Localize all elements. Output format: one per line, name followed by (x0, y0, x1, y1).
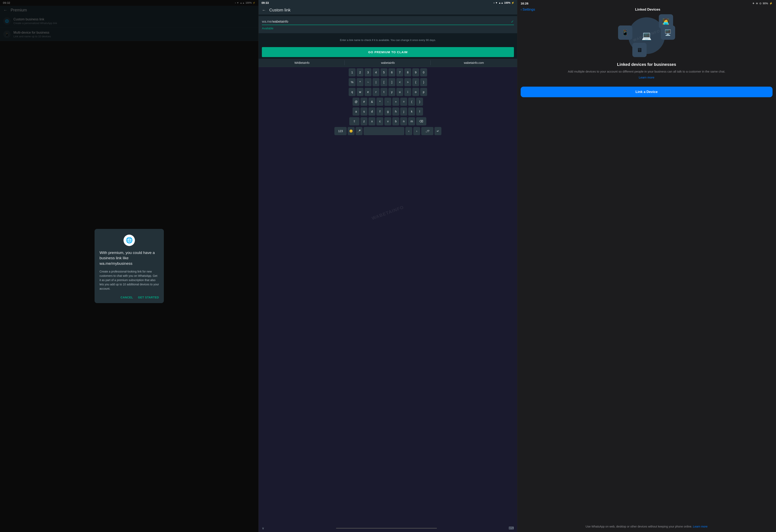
key-5[interactable]: 5 (380, 68, 387, 76)
custom-link-title: Custom link (269, 8, 290, 12)
main-device-icon: 💻 (641, 31, 652, 40)
chevron-down-icon[interactable]: ∨ (262, 526, 264, 530)
key-pipe[interactable]: | (373, 78, 379, 86)
key-at[interactable]: @ (353, 98, 360, 106)
key-3[interactable]: 3 (365, 68, 372, 76)
key-s[interactable]: s (361, 108, 367, 116)
key-rbrace[interactable]: } (420, 78, 427, 86)
key-hash[interactable]: # (361, 98, 367, 106)
key-r[interactable]: r (373, 88, 379, 96)
screen-custom-link: 09:33 ▪ ▼ ▲▲ 100% ⚡ ← Custom link wa.me/… (258, 0, 517, 532)
key-lbracket[interactable]: [ (380, 78, 387, 86)
key-6[interactable]: 6 (388, 68, 395, 76)
key-9[interactable]: 9 (412, 68, 419, 76)
key-lparen[interactable]: ( (408, 98, 415, 106)
key-1[interactable]: 1 (349, 68, 356, 76)
back-button-2[interactable]: ← (262, 8, 266, 12)
enter-key[interactable]: ↵ (434, 127, 441, 135)
key-g[interactable]: g (384, 108, 391, 116)
arrow-left-key[interactable]: ‹ (405, 127, 412, 135)
key-0[interactable]: 0 (420, 68, 427, 76)
key-plus[interactable]: + (392, 98, 399, 106)
premium-modal: 🌐 With premium, you could have a busines… (94, 229, 164, 303)
numbers-toggle[interactable]: 123 (334, 127, 347, 135)
key-x[interactable]: x (368, 117, 375, 125)
settings-back-button[interactable]: ‹ Settings (521, 8, 535, 12)
period-key[interactable]: .,!? (421, 127, 433, 135)
key-amp[interactable]: & (368, 98, 375, 106)
key-m[interactable]: m (408, 117, 415, 125)
key-b[interactable]: b (392, 117, 399, 125)
key-e[interactable]: e (365, 88, 372, 96)
key-v[interactable]: v (384, 117, 391, 125)
suggestion-1[interactable]: WABetaInfo (259, 60, 345, 65)
key-gt[interactable]: > (404, 78, 411, 86)
ios-time: 16:26 (521, 2, 528, 5)
keyboard: 1 2 3 4 5 6 7 8 9 0 % ^ ~ | [ ] < > { } … (258, 67, 517, 524)
key-eq[interactable]: = (400, 98, 407, 106)
linked-info-section: Linked devices for businesses Add multip… (518, 58, 776, 83)
key-minus[interactable]: - (384, 98, 391, 106)
learn-more-link[interactable]: Learn more (639, 75, 654, 79)
key-y[interactable]: y (388, 88, 395, 96)
key-u[interactable]: u (396, 88, 403, 96)
backspace-key[interactable]: ⌫ (416, 117, 426, 125)
modal-body: Create a professional-looking link for n… (100, 270, 159, 291)
mic-key[interactable]: 🎤 (356, 127, 363, 135)
key-f[interactable]: f (376, 108, 383, 116)
bottom-bar-2: ∨ ⌨ (258, 524, 517, 532)
arrow-right-key[interactable]: › (413, 127, 420, 135)
keyboard-row-symbols: % ^ ~ | [ ] < > { } (259, 78, 516, 86)
key-rbracket[interactable]: ] (388, 78, 395, 86)
space-key[interactable] (364, 127, 404, 135)
key-j[interactable]: j (400, 108, 407, 116)
link-device-button[interactable]: Link a Device (521, 86, 773, 97)
key-w[interactable]: w (357, 88, 364, 96)
key-rparen[interactable]: ) (416, 98, 423, 106)
key-2[interactable]: 2 (357, 68, 364, 76)
key-7[interactable]: 7 (396, 68, 403, 76)
link-input-row: wa.me/ ✓ (262, 19, 514, 25)
modal-overlay: 🌐 With premium, you could have a busines… (0, 0, 258, 532)
key-h[interactable]: h (392, 108, 399, 116)
suggestion-2[interactable]: wabetainfo (345, 60, 431, 65)
shift-key[interactable]: ⇧ (349, 117, 360, 125)
status-bar-2: 09:33 ▪ ▼ ▲▲ 100% ⚡ (258, 0, 517, 6)
key-c[interactable]: c (376, 117, 383, 125)
key-8[interactable]: 8 (404, 68, 411, 76)
key-k[interactable]: k (408, 108, 415, 116)
key-tilde[interactable]: ~ (365, 78, 372, 86)
key-percent[interactable]: % (349, 78, 356, 86)
key-lbrace[interactable]: { (412, 78, 419, 86)
keyboard-row-numbers: 1 2 3 4 5 6 7 8 9 0 (259, 68, 516, 76)
link-input[interactable] (272, 20, 511, 23)
suggestion-3[interactable]: wabetainfo.com (431, 60, 516, 65)
key-d[interactable]: d (368, 108, 375, 116)
charging-icon-3: ⚡ (769, 2, 773, 5)
key-p[interactable]: p (420, 88, 427, 96)
key-caret[interactable]: ^ (357, 78, 364, 86)
key-o[interactable]: o (412, 88, 419, 96)
key-q[interactable]: q (349, 88, 356, 96)
key-a[interactable]: a (353, 108, 360, 116)
device-icon-mid-right: 🖥️ (661, 25, 675, 40)
cancel-button[interactable]: CANCEL (121, 296, 133, 299)
key-n[interactable]: n (400, 117, 407, 125)
key-z[interactable]: z (361, 117, 367, 125)
keyboard-hide-icon[interactable]: ⌨ (509, 526, 514, 530)
chevron-left-icon: ‹ (521, 8, 522, 12)
key-l[interactable]: l (416, 108, 423, 116)
bottom-learn-more-link[interactable]: Learn more (693, 525, 708, 528)
custom-link-top-bar: ← Custom link (258, 6, 517, 14)
key-4[interactable]: 4 (373, 68, 379, 76)
emoji-key[interactable]: 😊 (348, 127, 355, 135)
key-i[interactable]: i (404, 88, 411, 96)
go-premium-button[interactable]: GO PREMIUM TO CLAIM (262, 47, 514, 57)
key-t[interactable]: t (380, 88, 387, 96)
screen-linked-devices: 16:26 ✈ ≋ ⊙ 90% ⚡ ‹ Settings Linked Devi… (518, 0, 776, 532)
get-started-button[interactable]: GET STARTED (138, 296, 159, 299)
key-lt[interactable]: < (396, 78, 403, 86)
battery-percent: ⊙ (759, 2, 762, 5)
tablet-icon: 🖥️ (664, 29, 671, 36)
key-star[interactable]: * (376, 98, 383, 106)
